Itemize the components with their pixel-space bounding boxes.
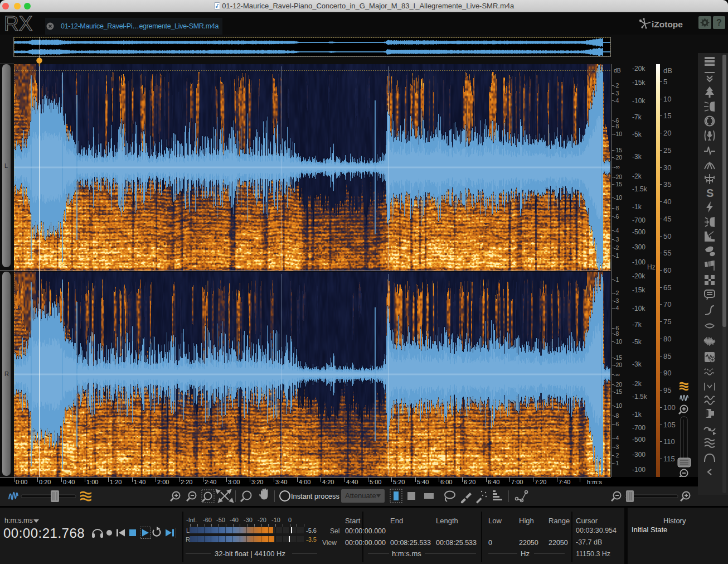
svg-text:RX: RX <box>4 14 32 34</box>
svg-text:Attenuate: Attenuate <box>345 491 376 500</box>
svg-text:iZotope: iZotope <box>652 20 683 29</box>
svg-text:S: S <box>706 187 714 199</box>
svg-text:Instant process: Instant process <box>291 492 339 500</box>
